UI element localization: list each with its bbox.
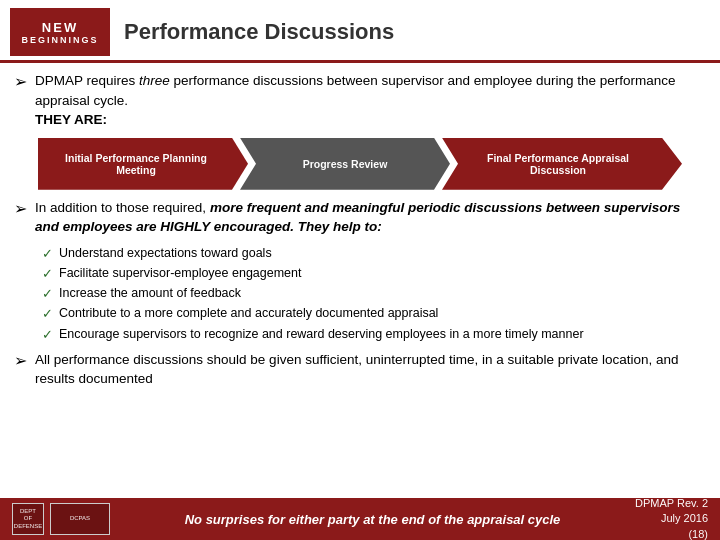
checkmark-4: ✓ (42, 305, 53, 323)
footer-version: DPMAP Rev. 2 July 2016 (18) (635, 496, 708, 540)
segment-progress-label: Progress Review (303, 158, 388, 170)
segment-initial-label: Initial Performance Planning Meeting (46, 152, 226, 176)
check-item-2: ✓ Facilitate supervisor-employee engagem… (42, 265, 706, 283)
italic-three: three (139, 73, 170, 88)
logo-beginnings-text: BEGINNINGS (21, 35, 98, 45)
dod-seal: DEPTOFDEFENSE (12, 503, 44, 535)
check-text-1: Understand expectations toward goals (59, 245, 272, 263)
arrow-banner: Initial Performance Planning Meeting Pro… (38, 138, 706, 190)
segment-final-label: Final Performance Appraisal Discussion (464, 152, 652, 176)
check-list: ✓ Understand expectations toward goals ✓… (42, 245, 706, 344)
checkmark-2: ✓ (42, 265, 53, 283)
bullet-text-2: In addition to those required, more freq… (35, 198, 706, 237)
check-item-1: ✓ Understand expectations toward goals (42, 245, 706, 263)
segment-progress: Progress Review (240, 138, 450, 190)
check-item-3: ✓ Increase the amount of feedback (42, 285, 706, 303)
header: NEW BEGINNINGS Performance Discussions (0, 0, 720, 63)
check-text-5: Encourage supervisors to recognize and r… (59, 326, 584, 344)
footer: DEPTOFDEFENSE DCPAS No surprises for eit… (0, 498, 720, 540)
italic-bold-text: more frequent and meaningful periodic di… (35, 200, 680, 235)
check-text-3: Increase the amount of feedback (59, 285, 241, 303)
logo-area: NEW BEGINNINGS (10, 8, 110, 56)
footer-logos: DEPTOFDEFENSE DCPAS (12, 503, 110, 535)
checkmark-3: ✓ (42, 285, 53, 303)
page: NEW BEGINNINGS Performance Discussions ➢… (0, 0, 720, 540)
logo-new-text: NEW (42, 20, 78, 35)
bullet-2: ➢ In addition to those required, more fr… (14, 198, 706, 237)
main-content: ➢ DPMAP requires three performance discu… (0, 63, 720, 389)
check-item-5: ✓ Encourage supervisors to recognize and… (42, 326, 706, 344)
check-item-4: ✓ Contribute to a more complete and accu… (42, 305, 706, 323)
footer-italic-text: No surprises for either party at the end… (110, 512, 635, 527)
checkmark-5: ✓ (42, 326, 53, 344)
checkmark-1: ✓ (42, 245, 53, 263)
check-text-2: Facilitate supervisor-employee engagemen… (59, 265, 302, 283)
bullet-arrow-3: ➢ (14, 351, 27, 370)
bullet-text-3: All performance discussions should be gi… (35, 350, 706, 389)
dcpas-logo: DCPAS (50, 503, 110, 535)
bullet-text-1: DPMAP requires three performance discuss… (35, 71, 706, 130)
bullet-arrow-1: ➢ (14, 72, 27, 91)
they-are-label: THEY ARE: (35, 112, 107, 127)
bullet-1: ➢ DPMAP requires three performance discu… (14, 71, 706, 130)
check-text-4: Contribute to a more complete and accura… (59, 305, 438, 323)
bullet-arrow-2: ➢ (14, 199, 27, 218)
segment-initial: Initial Performance Planning Meeting (38, 138, 248, 190)
bullet-3: ➢ All performance discussions should be … (14, 350, 706, 389)
page-title: Performance Discussions (124, 19, 394, 45)
logo-box: NEW BEGINNINGS (10, 8, 110, 56)
segment-final: Final Performance Appraisal Discussion (442, 138, 682, 190)
